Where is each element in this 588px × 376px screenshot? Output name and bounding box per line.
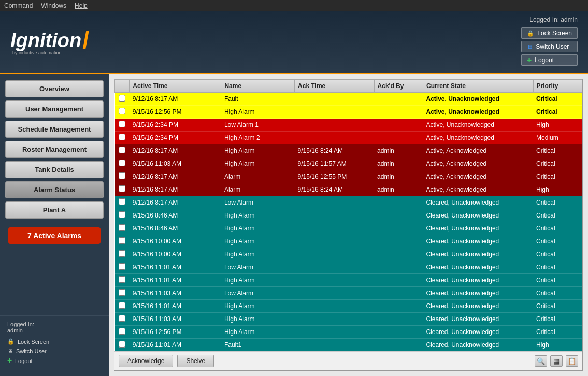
row-checkbox[interactable]	[119, 147, 125, 153]
cell-ack-by: admin	[374, 170, 423, 183]
cell-priority: Critical	[533, 300, 582, 313]
sidebar-item-roster-management[interactable]: Roster Management	[5, 141, 104, 158]
export-button[interactable]: 📋	[566, 355, 578, 367]
acknowledge-button[interactable]: Acknowledge	[119, 355, 173, 367]
cell-name: High Alarm	[221, 157, 295, 170]
cell-name: High Alarm	[221, 274, 295, 287]
main-layout: Overview User Management Schedule Manage…	[0, 74, 588, 376]
cell-ack-time	[295, 209, 374, 222]
cell-ack-time	[295, 339, 374, 352]
row-checkbox-cell	[115, 300, 130, 313]
sidebar-footer: Logged In: admin 🔒 Lock Screen 🖥 Switch …	[0, 315, 109, 371]
row-checkbox[interactable]	[119, 315, 125, 322]
cell-ack-by	[374, 248, 423, 261]
table-row: 9/15/16 2:34 PMHigh Alarm 2Active, Unack…	[115, 132, 582, 144]
cell-name: High Alarm 2	[221, 132, 295, 144]
sidebar-item-overview[interactable]: Overview	[5, 80, 104, 97]
col-header-state[interactable]: Current State	[423, 80, 534, 93]
cell-ack-time: 9/15/16 8:24 AM	[295, 144, 374, 157]
lock-screen-sidebar-button[interactable]: 🔒 Lock Screen	[7, 337, 102, 346]
row-checkbox[interactable]	[119, 341, 125, 348]
logo-subtitle: by inductive automation	[12, 50, 89, 55]
cell-ack-time	[295, 313, 374, 326]
cell-state: Active, Acknowledged	[423, 183, 534, 196]
cell-priority: Critical	[533, 326, 582, 339]
logout-header-label: Logout	[535, 56, 554, 64]
sidebar-item-user-management[interactable]: User Management	[5, 100, 104, 118]
row-checkbox-cell	[115, 261, 130, 274]
table-row: 9/15/16 12:56 PMHigh AlarmActive, Unackn…	[115, 106, 582, 119]
row-checkbox[interactable]	[119, 185, 125, 192]
logout-sidebar-button[interactable]: ✚ Logout	[7, 356, 102, 366]
table-row: 9/15/16 8:46 AMHigh AlarmCleared, Unackn…	[115, 209, 582, 222]
cell-active-time: 9/15/16 2:34 PM	[130, 119, 221, 132]
search-icon: 🔍	[537, 357, 545, 365]
cell-ack-by: admin	[374, 144, 423, 157]
cell-ack-by: admin	[374, 183, 423, 196]
row-checkbox[interactable]	[119, 134, 125, 140]
shelve-button[interactable]: Shelve	[177, 355, 214, 367]
cell-active-time: 9/15/16 2:34 PM	[130, 132, 221, 144]
row-checkbox[interactable]	[119, 289, 125, 296]
menu-windows[interactable]: Windows	[41, 2, 66, 9]
row-checkbox[interactable]	[119, 276, 125, 283]
cell-name: High Alarm	[221, 248, 295, 261]
cell-ack-time	[295, 93, 374, 106]
cell-state: Active, Unacknowledged	[423, 93, 534, 106]
row-checkbox-cell	[115, 157, 130, 170]
cell-name: Alarm	[221, 183, 295, 196]
lock-screen-header-button[interactable]: 🔒 Lock Screen	[521, 27, 578, 39]
row-checkbox[interactable]	[119, 198, 125, 205]
grid-button[interactable]: ▦	[550, 355, 563, 367]
table-row: 9/15/16 11:03 AMLow AlarmCleared, Unackn…	[115, 287, 582, 300]
cell-priority: Critical	[533, 287, 582, 300]
row-checkbox[interactable]	[119, 95, 125, 102]
sidebar-item-plant-a[interactable]: Plant A	[5, 201, 104, 219]
row-checkbox[interactable]	[119, 121, 125, 127]
menubar: Command Windows Help	[0, 0, 588, 11]
cell-state: Active, Unacknowledged	[423, 106, 534, 119]
alarm-table: Active Time Name Ack Time Ack'd By Curre…	[114, 79, 582, 351]
cell-active-time: 9/12/16 8:17 AM	[130, 93, 221, 106]
col-header-active-time[interactable]: Active Time	[130, 80, 221, 93]
cell-state: Cleared, Unacknowledged	[423, 326, 534, 339]
sidebar-logout-icon: ✚	[7, 357, 12, 364]
col-header-name[interactable]: Name	[221, 80, 295, 93]
lock-screen-sidebar-label: Lock Screen	[18, 339, 49, 345]
switch-user-sidebar-button[interactable]: 🖥 Switch User	[7, 346, 102, 356]
sidebar-item-schedule-management[interactable]: Schedule Management	[5, 121, 104, 138]
row-checkbox[interactable]	[119, 211, 125, 218]
row-checkbox[interactable]	[119, 224, 125, 231]
row-checkbox[interactable]	[119, 263, 125, 270]
cell-state: Active, Acknowledged	[423, 144, 534, 157]
cell-priority: Critical	[533, 313, 582, 326]
row-checkbox[interactable]	[119, 328, 125, 335]
row-checkbox[interactable]	[119, 302, 125, 309]
sidebar-logged-in-user: admin	[7, 327, 23, 334]
col-header-ack-time[interactable]: Ack Time	[295, 80, 374, 93]
sidebar-item-tank-details[interactable]: Tank Details	[5, 161, 104, 178]
search-button[interactable]: 🔍	[535, 355, 547, 367]
sidebar-item-alarm-status[interactable]: Alarm Status	[5, 181, 104, 198]
row-checkbox[interactable]	[119, 108, 125, 114]
table-row: 9/15/16 10:00 AMHigh AlarmCleared, Unack…	[115, 248, 582, 261]
switch-user-header-button[interactable]: 🖥 Switch User	[521, 41, 578, 52]
menu-help[interactable]: Help	[75, 2, 88, 9]
alarm-table-scroll[interactable]: Active Time Name Ack Time Ack'd By Curre…	[114, 79, 582, 351]
cell-ack-time	[295, 132, 374, 144]
cell-name: Fault	[221, 93, 295, 106]
col-header-ack-by[interactable]: Ack'd By	[374, 80, 423, 93]
cell-ack-time: 9/15/16 12:55 PM	[295, 170, 374, 183]
cell-ack-by: admin	[374, 157, 423, 170]
row-checkbox[interactable]	[119, 237, 125, 244]
cell-active-time: 9/12/16 8:17 AM	[130, 196, 221, 209]
menu-command[interactable]: Command	[4, 2, 33, 9]
cell-name: High Alarm	[221, 222, 295, 235]
row-checkbox[interactable]	[119, 172, 125, 179]
cell-state: Active, Unacknowledged	[423, 119, 534, 132]
col-header-priority[interactable]: Priority	[533, 80, 582, 93]
cell-ack-by	[374, 235, 423, 248]
row-checkbox[interactable]	[119, 250, 125, 257]
logout-header-button[interactable]: ✚ Logout	[521, 54, 578, 66]
row-checkbox[interactable]	[119, 160, 125, 166]
